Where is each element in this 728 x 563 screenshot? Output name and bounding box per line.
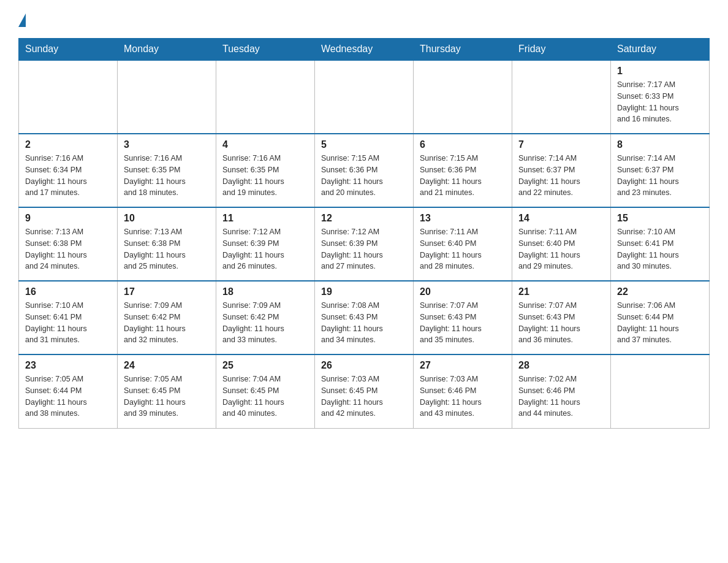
day-info: Sunrise: 7:11 AM Sunset: 6:40 PM Dayligh… — [420, 226, 506, 272]
day-info: Sunrise: 7:12 AM Sunset: 6:39 PM Dayligh… — [321, 226, 407, 272]
table-row: 28Sunrise: 7:02 AM Sunset: 6:46 PM Dayli… — [512, 354, 611, 428]
calendar-week-row: 9Sunrise: 7:13 AM Sunset: 6:38 PM Daylig… — [19, 207, 710, 281]
table-row: 12Sunrise: 7:12 AM Sunset: 6:39 PM Dayli… — [315, 207, 414, 281]
day-info: Sunrise: 7:04 AM Sunset: 6:45 PM Dayligh… — [222, 373, 308, 419]
table-row: 2Sunrise: 7:16 AM Sunset: 6:34 PM Daylig… — [19, 134, 118, 207]
table-row: 7Sunrise: 7:14 AM Sunset: 6:37 PM Daylig… — [512, 134, 611, 207]
logo-triangle-icon — [18, 13, 26, 27]
day-info: Sunrise: 7:05 AM Sunset: 6:44 PM Dayligh… — [25, 373, 111, 419]
table-row — [19, 60, 118, 134]
day-number: 21 — [518, 286, 604, 297]
day-number: 5 — [321, 139, 407, 150]
day-info: Sunrise: 7:07 AM Sunset: 6:43 PM Dayligh… — [518, 300, 604, 346]
day-number: 28 — [518, 360, 604, 371]
table-row — [512, 60, 611, 134]
table-row — [414, 60, 512, 134]
day-number: 20 — [420, 286, 506, 297]
day-info: Sunrise: 7:12 AM Sunset: 6:39 PM Dayligh… — [222, 226, 308, 272]
col-friday: Friday — [512, 39, 611, 61]
table-row: 6Sunrise: 7:15 AM Sunset: 6:36 PM Daylig… — [414, 134, 512, 207]
calendar-week-row: 2Sunrise: 7:16 AM Sunset: 6:34 PM Daylig… — [19, 134, 710, 207]
day-info: Sunrise: 7:09 AM Sunset: 6:42 PM Dayligh… — [222, 300, 308, 346]
day-number: 1 — [617, 66, 703, 77]
day-number: 10 — [124, 213, 210, 224]
table-row: 11Sunrise: 7:12 AM Sunset: 6:39 PM Dayli… — [216, 207, 315, 281]
day-number: 4 — [222, 139, 308, 150]
table-row: 18Sunrise: 7:09 AM Sunset: 6:42 PM Dayli… — [216, 281, 315, 354]
day-number: 18 — [222, 286, 308, 297]
day-number: 9 — [25, 213, 111, 224]
table-row — [315, 60, 414, 134]
day-number: 3 — [124, 139, 210, 150]
table-row: 23Sunrise: 7:05 AM Sunset: 6:44 PM Dayli… — [19, 354, 118, 428]
day-number: 25 — [222, 360, 308, 371]
day-number: 11 — [222, 213, 308, 224]
day-info: Sunrise: 7:13 AM Sunset: 6:38 PM Dayligh… — [124, 226, 210, 272]
day-info: Sunrise: 7:10 AM Sunset: 6:41 PM Dayligh… — [25, 300, 111, 346]
table-row: 10Sunrise: 7:13 AM Sunset: 6:38 PM Dayli… — [118, 207, 216, 281]
day-number: 23 — [25, 360, 111, 371]
day-number: 22 — [617, 286, 703, 297]
day-info: Sunrise: 7:08 AM Sunset: 6:43 PM Dayligh… — [321, 300, 407, 346]
table-row: 5Sunrise: 7:15 AM Sunset: 6:36 PM Daylig… — [315, 134, 414, 207]
table-row: 24Sunrise: 7:05 AM Sunset: 6:45 PM Dayli… — [118, 354, 216, 428]
table-row: 21Sunrise: 7:07 AM Sunset: 6:43 PM Dayli… — [512, 281, 611, 354]
day-info: Sunrise: 7:10 AM Sunset: 6:41 PM Dayligh… — [617, 226, 703, 272]
day-info: Sunrise: 7:06 AM Sunset: 6:44 PM Dayligh… — [617, 300, 703, 346]
page-header — [18, 12, 710, 27]
calendar-table: Sunday Monday Tuesday Wednesday Thursday… — [18, 38, 710, 429]
table-row: 8Sunrise: 7:14 AM Sunset: 6:37 PM Daylig… — [611, 134, 710, 207]
day-number: 14 — [518, 213, 604, 224]
table-row: 16Sunrise: 7:10 AM Sunset: 6:41 PM Dayli… — [19, 281, 118, 354]
table-row: 25Sunrise: 7:04 AM Sunset: 6:45 PM Dayli… — [216, 354, 315, 428]
col-saturday: Saturday — [611, 39, 710, 61]
day-info: Sunrise: 7:16 AM Sunset: 6:35 PM Dayligh… — [124, 153, 210, 199]
table-row: 3Sunrise: 7:16 AM Sunset: 6:35 PM Daylig… — [118, 134, 216, 207]
day-number: 16 — [25, 286, 111, 297]
table-row: 15Sunrise: 7:10 AM Sunset: 6:41 PM Dayli… — [611, 207, 710, 281]
day-info: Sunrise: 7:05 AM Sunset: 6:45 PM Dayligh… — [124, 373, 210, 419]
day-number: 17 — [124, 286, 210, 297]
day-info: Sunrise: 7:16 AM Sunset: 6:34 PM Dayligh… — [25, 153, 111, 199]
day-info: Sunrise: 7:07 AM Sunset: 6:43 PM Dayligh… — [420, 300, 506, 346]
day-number: 7 — [518, 139, 604, 150]
day-info: Sunrise: 7:03 AM Sunset: 6:45 PM Dayligh… — [321, 373, 407, 419]
calendar-week-row: 1Sunrise: 7:17 AM Sunset: 6:33 PM Daylig… — [19, 60, 710, 134]
day-number: 26 — [321, 360, 407, 371]
table-row: 26Sunrise: 7:03 AM Sunset: 6:45 PM Dayli… — [315, 354, 414, 428]
day-info: Sunrise: 7:14 AM Sunset: 6:37 PM Dayligh… — [617, 153, 703, 199]
day-info: Sunrise: 7:13 AM Sunset: 6:38 PM Dayligh… — [25, 226, 111, 272]
col-sunday: Sunday — [19, 39, 118, 61]
table-row: 17Sunrise: 7:09 AM Sunset: 6:42 PM Dayli… — [118, 281, 216, 354]
day-number: 12 — [321, 213, 407, 224]
table-row: 22Sunrise: 7:06 AM Sunset: 6:44 PM Dayli… — [611, 281, 710, 354]
table-row: 4Sunrise: 7:16 AM Sunset: 6:35 PM Daylig… — [216, 134, 315, 207]
day-number: 13 — [420, 213, 506, 224]
table-row: 13Sunrise: 7:11 AM Sunset: 6:40 PM Dayli… — [414, 207, 512, 281]
col-monday: Monday — [118, 39, 216, 61]
day-info: Sunrise: 7:09 AM Sunset: 6:42 PM Dayligh… — [124, 300, 210, 346]
day-number: 8 — [617, 139, 703, 150]
day-number: 15 — [617, 213, 703, 224]
calendar-header-row: Sunday Monday Tuesday Wednesday Thursday… — [19, 39, 710, 61]
day-number: 6 — [420, 139, 506, 150]
table-row: 1Sunrise: 7:17 AM Sunset: 6:33 PM Daylig… — [611, 60, 710, 134]
calendar-week-row: 23Sunrise: 7:05 AM Sunset: 6:44 PM Dayli… — [19, 354, 710, 428]
day-info: Sunrise: 7:11 AM Sunset: 6:40 PM Dayligh… — [518, 226, 604, 272]
table-row — [118, 60, 216, 134]
day-info: Sunrise: 7:15 AM Sunset: 6:36 PM Dayligh… — [420, 153, 506, 199]
day-info: Sunrise: 7:16 AM Sunset: 6:35 PM Dayligh… — [222, 153, 308, 199]
table-row: 9Sunrise: 7:13 AM Sunset: 6:38 PM Daylig… — [19, 207, 118, 281]
col-wednesday: Wednesday — [315, 39, 414, 61]
calendar-week-row: 16Sunrise: 7:10 AM Sunset: 6:41 PM Dayli… — [19, 281, 710, 354]
table-row — [611, 354, 710, 428]
day-info: Sunrise: 7:03 AM Sunset: 6:46 PM Dayligh… — [420, 373, 506, 419]
table-row: 14Sunrise: 7:11 AM Sunset: 6:40 PM Dayli… — [512, 207, 611, 281]
table-row: 19Sunrise: 7:08 AM Sunset: 6:43 PM Dayli… — [315, 281, 414, 354]
day-number: 19 — [321, 286, 407, 297]
day-number: 24 — [124, 360, 210, 371]
table-row: 27Sunrise: 7:03 AM Sunset: 6:46 PM Dayli… — [414, 354, 512, 428]
table-row: 20Sunrise: 7:07 AM Sunset: 6:43 PM Dayli… — [414, 281, 512, 354]
day-info: Sunrise: 7:15 AM Sunset: 6:36 PM Dayligh… — [321, 153, 407, 199]
logo — [18, 12, 26, 27]
